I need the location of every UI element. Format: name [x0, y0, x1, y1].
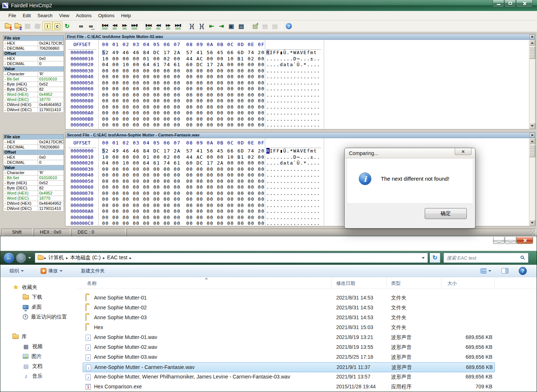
- back-button[interactable]: ←: [3, 252, 15, 264]
- next-difference-button[interactable]: ▶▶: [120, 22, 129, 31]
- last-difference-button[interactable]: ▶▶▮: [129, 22, 139, 31]
- info-panel-button[interactable]: i: [42, 22, 52, 31]
- scroll-down-icon[interactable]: [529, 220, 535, 226]
- file-row[interactable]: Anne Sophie Mutter-032021/8/31 14:53文件夹: [78, 313, 537, 323]
- hex-row[interactable]: 0000001010 00 00 00 01 00 02 0044 AC 00 …: [65, 56, 535, 62]
- align-right-button[interactable]: ⇥: [217, 22, 226, 31]
- sidebar-item-documents[interactable]: ▤文档: [0, 361, 78, 371]
- last-match-button[interactable]: ▶▶▮: [173, 22, 183, 31]
- breadcrumb-item[interactable]: 本地磁盘 (C:): [69, 255, 102, 260]
- hex-row[interactable]: 0000002004 00 10 00 64 61 74 6160 DC 17 …: [65, 62, 535, 68]
- list-view-button[interactable]: ▤: [236, 22, 246, 31]
- panel-close-icon[interactable]: [530, 133, 534, 137]
- forward-button[interactable]: →: [16, 253, 26, 263]
- dialog-titlebar[interactable]: Comparing...: [345, 148, 475, 158]
- menu-options[interactable]: Options: [95, 12, 118, 19]
- address-dropdown-icon[interactable]: [422, 257, 425, 259]
- search-input[interactable]: [444, 255, 513, 261]
- column-header-date[interactable]: 修改日期: [336, 280, 355, 287]
- hex-row[interactable]: 000000C000 00 00 00 00 00 00 0000 00 00 …: [65, 122, 535, 128]
- menu-search[interactable]: Search: [34, 12, 56, 19]
- first-file-hex-view[interactable]: OFFSET 00 01 02 03 04 05 06 07 08 09 0A …: [65, 40, 535, 129]
- sidebar-item-recent-places[interactable]: 最近访问的位置: [0, 312, 78, 322]
- maximize-icon[interactable]: [505, 237, 516, 244]
- first-difference-button[interactable]: ▮◀◀: [100, 22, 110, 31]
- help-button[interactable]: ?: [284, 22, 294, 31]
- sidebar-item-libraries[interactable]: 库: [0, 332, 78, 342]
- menu-file[interactable]: File: [5, 12, 19, 19]
- file-row[interactable]: ♪Anne Sophie Mutter-02.wav2021/8/19 13:5…: [78, 343, 537, 353]
- play-button[interactable]: 播放: [37, 266, 66, 276]
- hex-row[interactable]: 0000005000 00 00 00 00 00 00 0000 00 00 …: [65, 80, 535, 86]
- hex-row[interactable]: 0000008000 00 00 00 00 00 00 0000 00 00 …: [65, 98, 535, 104]
- open-file-1-button[interactable]: 1: [3, 22, 13, 31]
- block-end-button[interactable]: }{: [197, 22, 207, 31]
- hex-row[interactable]: 0000007000 00 00 00 00 00 00 0000 00 00 …: [65, 92, 535, 98]
- block-begin-button[interactable]: }{: [187, 22, 197, 31]
- column-header-type[interactable]: 类型: [391, 280, 401, 287]
- breadcrumb-item[interactable]: EAC test: [106, 255, 129, 260]
- file-row[interactable]: ♪Anne-Sophie Mutter, Wiener Philharmonik…: [78, 372, 537, 382]
- next-match-button[interactable]: ▶▶: [163, 22, 173, 31]
- hexcmp2-titlebar[interactable]: Fairdell HexCmp2: [0, 0, 537, 11]
- find-button[interactable]: ∞: [76, 22, 86, 31]
- minimize-icon[interactable]: [493, 0, 504, 7]
- maximize-icon[interactable]: [504, 0, 516, 7]
- hex-row[interactable]: 0000009000 00 00 00 00 00 00 0000 00 00 …: [65, 104, 535, 110]
- breadcrumb-item[interactable]: 计算机: [47, 255, 65, 260]
- close-icon[interactable]: [517, 237, 533, 244]
- first-match-button[interactable]: ▮◀◀: [143, 22, 153, 31]
- scroll-up-icon[interactable]: [529, 40, 535, 46]
- close-icon[interactable]: [516, 0, 533, 7]
- file-row[interactable]: ♪Anne Sophie Mutter-03.wav2021/5/25 17:1…: [78, 353, 537, 362]
- prev-difference-button[interactable]: ◀◀: [110, 22, 120, 31]
- new-folder-button[interactable]: 新建文件夹: [78, 266, 108, 276]
- help-button[interactable]: ?: [515, 265, 530, 276]
- menu-help[interactable]: Help: [118, 12, 134, 19]
- hex-row[interactable]: 0000004000 00 00 00 00 00 00 0000 00 00 …: [65, 74, 535, 80]
- search-box[interactable]: [443, 253, 529, 263]
- charset-panel-button[interactable]: c: [52, 22, 62, 31]
- sidebar-item-music[interactable]: ♪音乐: [0, 371, 78, 381]
- preview-pane-button[interactable]: [498, 267, 512, 275]
- menu-actions[interactable]: Actions: [73, 12, 95, 19]
- goto-offset-button[interactable]: ▣: [226, 22, 236, 31]
- sidebar-item-downloads[interactable]: 下载: [0, 292, 78, 302]
- scroll-thumb[interactable]: [529, 46, 535, 59]
- refresh-button[interactable]: ↻: [429, 253, 440, 263]
- menu-view[interactable]: View: [56, 12, 73, 19]
- scrollbar[interactable]: [529, 138, 535, 226]
- menu-edit[interactable]: Edit: [19, 12, 34, 19]
- sidebar-item-pictures[interactable]: 图片: [0, 351, 78, 361]
- find-next-button[interactable]: ∞…: [86, 22, 96, 31]
- explorer-titlebar[interactable]: [0, 236, 537, 251]
- recompare-button[interactable]: ↻: [62, 22, 72, 31]
- align-left-button[interactable]: ⇤: [207, 22, 217, 31]
- recent-pages-dropdown-icon[interactable]: [28, 257, 31, 259]
- address-box[interactable]: ▸计算机▸本地磁盘 (C:)▸EAC test▸: [35, 253, 428, 263]
- column-header-size[interactable]: 大小: [447, 280, 457, 287]
- ok-button[interactable]: 确定: [425, 208, 467, 219]
- hex-row[interactable]: 0000003000 00 00 00 00 00 00 0000 00 00 …: [65, 68, 535, 74]
- hex-row[interactable]: 0000006000 00 00 00 00 00 00 0000 00 00 …: [65, 86, 535, 92]
- edit-file-button[interactable]: ▤+: [250, 22, 260, 31]
- sidebar-item-desktop[interactable]: 桌面: [0, 302, 78, 312]
- scrollbar[interactable]: [529, 40, 535, 129]
- hex-row[interactable]: 0000000052 49 46 46 84 DC 17 2A57 41 56 …: [65, 50, 535, 56]
- scroll-thumb[interactable]: [529, 145, 535, 157]
- file-row[interactable]: Hex2021/8/31 15:03文件夹: [78, 323, 537, 333]
- hex-row[interactable]: 000000A000 00 00 00 00 00 00 0000 00 00 …: [65, 110, 535, 116]
- file-row[interactable]: ♪Anne-Sophie Mutter - Carmen-Fantasie.wa…: [83, 362, 495, 372]
- scroll-down-icon[interactable]: [529, 123, 535, 129]
- sidebar-item-videos[interactable]: ▦视频: [0, 342, 78, 351]
- hex-row[interactable]: 000000B000 00 00 00 00 00 00 0000 00 00 …: [65, 116, 535, 122]
- column-header-name[interactable]: 名称: [87, 280, 97, 287]
- views-button[interactable]: [477, 267, 495, 275]
- organize-button[interactable]: 组织: [6, 266, 27, 276]
- scroll-up-icon[interactable]: [529, 138, 535, 144]
- prev-match-button[interactable]: ◀◀: [153, 22, 163, 31]
- file-row[interactable]: Anne Sophie Mutter-022021/8/31 14:53文件夹: [78, 303, 537, 313]
- file-row[interactable]: 1Hex Comparison.exe2015/11/28 19:44应用程序7…: [78, 382, 537, 392]
- open-file-2-button[interactable]: 2: [13, 22, 23, 31]
- file-row[interactable]: Anne Sophie Mutter-012021/8/31 14:53文件夹: [78, 293, 537, 303]
